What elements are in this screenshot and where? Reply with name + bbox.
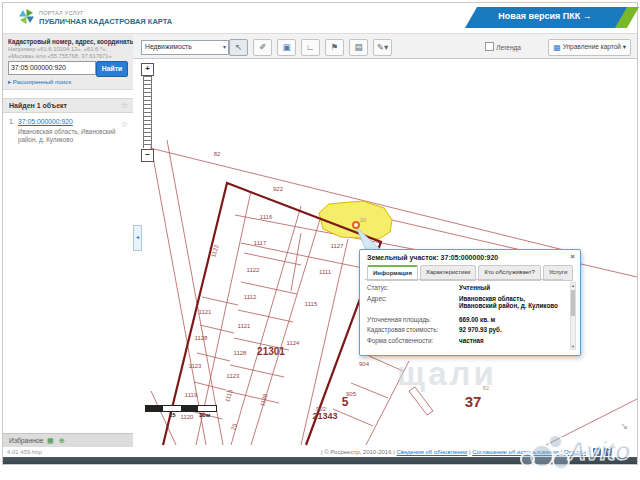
popup-body: Статус:УчтенныйАдрес:Ивановская область,… bbox=[367, 284, 563, 347]
scale-label-end: 30м bbox=[199, 412, 210, 418]
parcel-label: 1128 bbox=[195, 335, 208, 341]
print-icon[interactable]: ▤ bbox=[349, 39, 368, 56]
map-viewport[interactable]: 8292211161117112711221112112111281123112… bbox=[133, 59, 637, 447]
favorites-bar[interactable]: Избранное ▦ ⊕ bbox=[3, 433, 133, 448]
popup-row: Уточненная площадь:669.00 кв. м bbox=[367, 316, 563, 324]
row-value: Ивановская область, Ивановский район, д.… bbox=[459, 295, 561, 310]
popup-row: Статус:Учтенный bbox=[367, 284, 563, 292]
portal-logo-icon bbox=[19, 9, 34, 24]
layers-grid-icon: ▦ bbox=[553, 43, 561, 52]
object-type-select[interactable]: Недвижимость ▾ bbox=[141, 40, 229, 55]
facebook-icon[interactable]: f bbox=[604, 448, 612, 456]
parcel-label: 21301 bbox=[257, 346, 285, 357]
search-title: Кадастровый номер, адрес, координаты bbox=[8, 38, 128, 45]
parcel-label: 25 bbox=[230, 423, 238, 431]
parcel-label: 1111 bbox=[319, 269, 331, 275]
vk-icon[interactable]: B bbox=[593, 448, 601, 456]
row-value: 92 970.93 руб. bbox=[459, 326, 561, 334]
footer-link[interactable]: Соглашение об использовании bbox=[472, 449, 559, 455]
parcel-info-popup: Земельный участок: 37:05:000000:920 × Ин… bbox=[359, 249, 581, 356]
scale-label-mid: 15 bbox=[169, 412, 176, 418]
placemark-icon[interactable]: ⚑ bbox=[325, 39, 344, 56]
chevron-down-icon: ▾ bbox=[223, 41, 226, 53]
result-cadastral-link[interactable]: 37:05:000000:920 bbox=[18, 118, 73, 125]
parcel-label: 1119 bbox=[185, 392, 197, 398]
row-label: Статус: bbox=[367, 284, 459, 292]
parcel-label: 1122 bbox=[247, 267, 260, 273]
footer: 4.01.459.http | © Росреестр, 2010-2016 |… bbox=[3, 447, 637, 457]
parcel-label: 1128 bbox=[234, 350, 247, 356]
results-count: Найден 1 объект bbox=[9, 102, 67, 109]
object-type-value: Недвижимость bbox=[145, 43, 192, 50]
parcel-label: 1128 bbox=[259, 393, 269, 407]
advanced-search-link[interactable]: ▸ Расширенный поиск bbox=[8, 78, 71, 85]
scale-bar-segments bbox=[145, 405, 217, 412]
popup-title: Земельный участок: 37:05:000000:920 bbox=[367, 254, 498, 261]
zoom-out-button[interactable]: − bbox=[141, 149, 154, 162]
row-label: Форма собственности: bbox=[367, 337, 459, 345]
footer-link[interactable]: Отзывы bbox=[564, 449, 586, 455]
map-controls-label: Управление картой bbox=[563, 43, 621, 50]
expand-map-icon[interactable]: ↘ bbox=[620, 421, 628, 431]
scale-bar: 15 30м bbox=[145, 405, 217, 421]
row-value: 669.00 кв. м bbox=[459, 316, 561, 324]
banner-label[interactable]: Новая версия ПКК → bbox=[475, 11, 615, 21]
parcel-label: 1113 bbox=[224, 389, 234, 403]
search-input[interactable] bbox=[8, 61, 96, 75]
identify-cursor-icon[interactable]: ↖ bbox=[229, 39, 248, 56]
legend-checkbox[interactable] bbox=[485, 42, 494, 51]
footer-link[interactable]: Сведения об обновлении bbox=[396, 449, 467, 455]
search-hint: Например «61:6:10104:12», «61:6:*», «Мос… bbox=[8, 46, 128, 60]
sidebar-collapse-arrow[interactable]: ◂ bbox=[133, 225, 142, 251]
footer-copyright: © Росреестр, 2010-2016 bbox=[324, 449, 391, 455]
popup-row: Форма собственности:частная bbox=[367, 337, 563, 345]
result-index: 1. bbox=[9, 118, 15, 125]
chevron-down-icon: ▾ bbox=[623, 43, 626, 50]
result-address: Ивановская область, Ивановский район, д.… bbox=[18, 128, 118, 143]
ruler-corner-icon[interactable]: ∟ bbox=[301, 39, 320, 56]
export-table-icon[interactable]: ▦ bbox=[47, 437, 54, 445]
bottom-bar bbox=[3, 457, 637, 464]
popup-tabs: ИнформацияХарактеристикиКто обслуживает?… bbox=[367, 265, 575, 279]
results-header: Найден 1 объект ☆ bbox=[3, 98, 133, 113]
sidebar: Кадастровый номер, адрес, координаты Нап… bbox=[3, 33, 134, 448]
map-controls-button[interactable]: ▦Управление картой ▾ bbox=[548, 39, 631, 56]
zoom-in-button[interactable]: + bbox=[141, 63, 154, 76]
parcel-label: 1123 bbox=[227, 373, 240, 379]
scroll-down-icon[interactable]: ▼ bbox=[571, 344, 575, 349]
parcel-label: 1127 bbox=[331, 243, 344, 249]
close-icon[interactable]: × bbox=[570, 252, 575, 261]
objects-briefcase-icon[interactable]: ▣ bbox=[277, 39, 296, 56]
scroll-up-icon[interactable]: ▲ bbox=[571, 283, 575, 288]
popup-row: Кадастровая стоимость:92 970.93 руб. bbox=[367, 326, 563, 334]
export-link-icon[interactable]: ⊕ bbox=[59, 437, 65, 445]
search-button[interactable]: Найти bbox=[96, 61, 128, 77]
draw-tool-icon[interactable]: ✎▾ bbox=[373, 39, 392, 56]
scroll-thumb[interactable] bbox=[571, 290, 575, 316]
parcel-label: 82 bbox=[214, 151, 221, 157]
map-toolbar: Недвижимость ▾ ↖✐▣∟⚑▤✎▾ Легенда ▦Управле… bbox=[133, 33, 637, 59]
zoom-control[interactable]: + − bbox=[141, 63, 153, 161]
parcel-label: 1116 bbox=[260, 214, 272, 220]
popup-scrollbar[interactable]: ▲ ▼ bbox=[570, 282, 576, 350]
footer-links: | © Росреестр, 2010-2016 | Сведения об о… bbox=[321, 449, 589, 455]
tabs-divider bbox=[365, 279, 563, 280]
favorite-star-icon[interactable]: ☆ bbox=[121, 120, 128, 129]
result-item[interactable]: 1. 37:05:000000:920 ☆ Ивановская область… bbox=[3, 118, 133, 158]
legend-toggle[interactable]: Легенда bbox=[485, 42, 521, 51]
parcel-label: 1121 bbox=[199, 309, 212, 315]
new-version-banner[interactable]: Новая версия ПКК → bbox=[459, 7, 637, 28]
photo-watermark-text: щали bbox=[397, 355, 497, 393]
measure-route-icon[interactable]: ✐ bbox=[253, 39, 272, 56]
favorites-label: Избранное bbox=[9, 437, 43, 444]
parcel-label: 1124 bbox=[287, 340, 300, 346]
favorite-star-icon[interactable]: ☆ bbox=[121, 101, 128, 110]
legend-label: Легенда bbox=[496, 44, 521, 51]
header: ПОРТАЛ УСЛУГ ПУБЛИЧНАЯ КАДАСТРОВАЯ КАРТА… bbox=[3, 3, 637, 33]
zoom-slider[interactable] bbox=[143, 76, 152, 148]
row-label: Уточненная площадь: bbox=[367, 316, 459, 324]
parcel-label: 21343 bbox=[312, 411, 337, 421]
parcel-label: 5 bbox=[342, 395, 349, 409]
toolbar-icons: ↖✐▣∟⚑▤✎▾ bbox=[229, 39, 392, 56]
parcel-label: 1117 bbox=[254, 240, 266, 246]
